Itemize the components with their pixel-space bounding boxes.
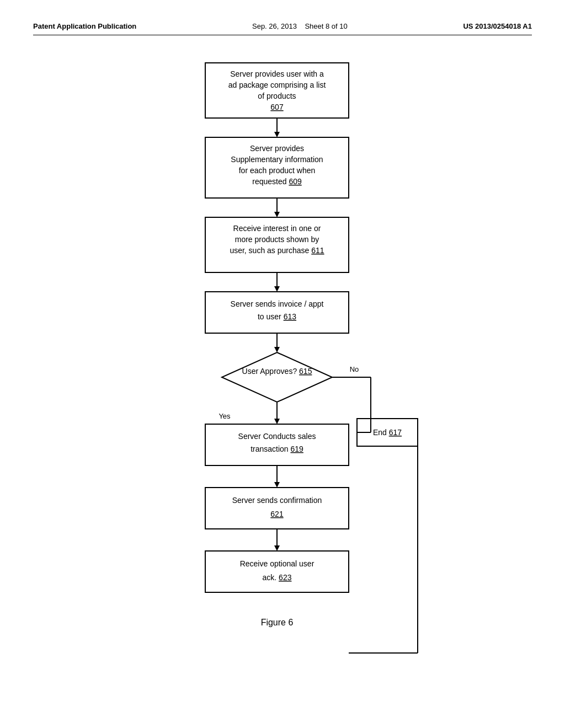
arrow-1 (274, 132, 280, 137)
svg-text:requested 609: requested 609 (252, 177, 302, 186)
arrow-2 (274, 212, 280, 217)
svg-text:user, such as purchase 611: user, such as purchase 611 (230, 246, 324, 255)
diamond-615 (222, 352, 332, 402)
svg-text:Receive interest in one or: Receive interest in one or (233, 224, 321, 233)
svg-text:Server sends invoice / appt: Server sends invoice / appt (231, 299, 324, 308)
svg-text:621: 621 (270, 510, 284, 518)
box-621 (205, 488, 349, 529)
svg-text:Receive optional user: Receive optional user (240, 559, 315, 568)
svg-text:607: 607 (270, 103, 284, 111)
svg-text:ack. 623: ack. 623 (263, 573, 292, 582)
svg-text:for each product when: for each product when (239, 166, 316, 175)
arrow-5 (274, 482, 280, 488)
svg-text:more products shown by: more products shown by (235, 235, 319, 244)
arrow-6 (274, 545, 280, 551)
svg-text:Server provides: Server provides (250, 144, 304, 153)
svg-text:Server Conducts sales: Server Conducts sales (238, 432, 316, 441)
arrow-3 (274, 286, 280, 292)
box-623 (205, 551, 349, 592)
patent-page: Patent Application Publication Sep. 26, … (0, 0, 565, 728)
header-left: Patent Application Publication (33, 22, 136, 30)
svg-text:to user  613: to user 613 (258, 312, 296, 321)
svg-text:Server sends confirmation: Server sends confirmation (232, 496, 322, 505)
arrow-4 (274, 347, 280, 352)
svg-text:ad package comprising a list: ad package comprising a list (228, 81, 326, 89)
diagram-container: Server provides user with a ad package c… (33, 57, 532, 692)
svg-text:Supplementary information: Supplementary information (231, 155, 323, 164)
page-header: Patent Application Publication Sep. 26, … (33, 22, 532, 35)
header-date-sheet: Sep. 26, 2013 Sheet 8 of 10 (252, 22, 348, 30)
no-label: No (350, 365, 359, 373)
yes-label: Yes (218, 412, 231, 420)
figure-caption: Figure 6 (261, 618, 294, 627)
svg-text:of products: of products (258, 92, 296, 100)
flowchart-svg: Server provides user with a ad package c… (117, 57, 448, 692)
header-patent-number: US 2013/0254018 A1 (463, 22, 532, 30)
svg-text:Server provides user with a: Server provides user with a (230, 69, 324, 78)
arrow-yes (274, 419, 280, 424)
svg-text:transaction  619: transaction 619 (250, 445, 303, 453)
svg-text:User Approves? 615: User Approves? 615 (242, 367, 312, 376)
svg-text:End  617: End 617 (373, 428, 402, 437)
